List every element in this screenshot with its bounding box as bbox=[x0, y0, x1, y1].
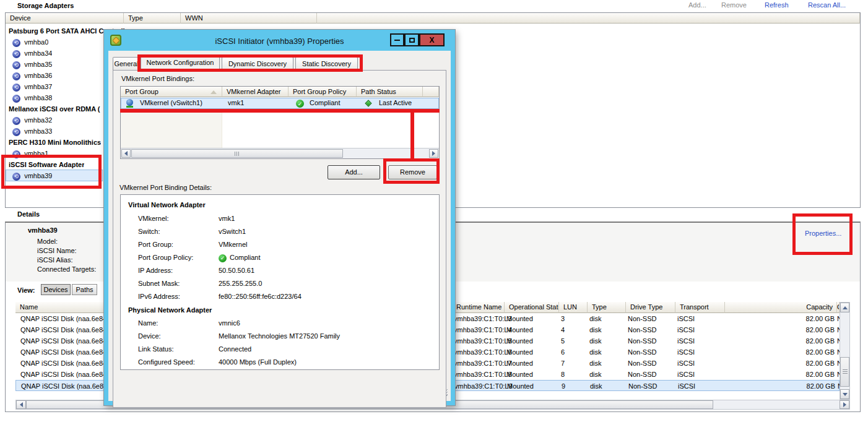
column-header-path-status[interactable]: Path Status bbox=[357, 87, 423, 97]
refresh-link[interactable]: Refresh bbox=[765, 1, 789, 9]
arrow-down-icon bbox=[843, 393, 848, 396]
tree-item-label: vmhba37 bbox=[24, 83, 52, 90]
column-header-capacity[interactable]: Capacity bbox=[725, 302, 837, 313]
transport: iSCSI bbox=[677, 369, 695, 380]
arrow-right-icon bbox=[432, 151, 435, 156]
column-header-drive-type[interactable]: Drive Type bbox=[626, 302, 675, 313]
lun: 3 bbox=[561, 313, 565, 324]
remove-binding-button[interactable]: Remove bbox=[388, 165, 437, 179]
runtime-name: vmhba39:C1:T0:L4 bbox=[454, 324, 512, 335]
adapter-icon: ⟲ bbox=[12, 117, 20, 125]
transport: iSCSI bbox=[678, 381, 695, 392]
rescan-all-link[interactable]: Rescan All... bbox=[808, 1, 846, 9]
column-header-type[interactable]: Type bbox=[588, 302, 626, 313]
port-binding-row[interactable]: VMkernel (vSwitch1) vmk1 Compliant Last … bbox=[121, 98, 439, 109]
iscsi-initiator-properties-dialog[interactable]: iSCSI Initiator (vmhba39) Properties X G… bbox=[104, 30, 455, 405]
drive-type: Non-SSD bbox=[628, 324, 656, 335]
column-header-lun[interactable]: LUN bbox=[559, 302, 588, 313]
tree-item-label: vmhba33 bbox=[24, 127, 52, 135]
drive-type: Non-SSD bbox=[628, 369, 656, 380]
tree-item-label: vmhba1 bbox=[24, 150, 48, 157]
view-paths-button[interactable]: Paths bbox=[72, 284, 97, 295]
arrow-up-icon bbox=[843, 306, 848, 309]
column-header-port-group[interactable]: Port Group bbox=[121, 87, 222, 97]
scroll-right-button[interactable] bbox=[840, 400, 849, 409]
drive-type: Non-SSD bbox=[628, 358, 656, 369]
close-window-button[interactable]: X bbox=[419, 33, 445, 46]
kv-value: 40000 Mbps (Full Duplex) bbox=[219, 358, 297, 366]
capacity: 82.00 GB bbox=[725, 324, 835, 335]
column-header-vmkernel-adapter[interactable]: VMkernel Adapter bbox=[222, 87, 289, 97]
tree-item-vmhba36[interactable]: ⟲ vmhba36 bbox=[12, 70, 52, 81]
capacity: 82.00 GB bbox=[725, 335, 835, 347]
kv-label: IP Address: bbox=[138, 267, 219, 274]
virtual-adapter-heading: Virtual Network Adapter bbox=[128, 201, 206, 209]
add-binding-button[interactable]: Add... bbox=[328, 165, 380, 179]
tree-item-label: vmhba36 bbox=[24, 72, 52, 79]
column-header-runtime-name[interactable]: Runtime Name bbox=[452, 302, 505, 313]
column-header-type[interactable]: Type bbox=[124, 13, 181, 24]
horizontal-scroll-thumb[interactable] bbox=[131, 149, 343, 158]
column-header-wwn[interactable]: WWN bbox=[181, 13, 317, 24]
column-header-port-group-policy[interactable]: Port Group Policy bbox=[289, 87, 357, 97]
column-header-operational-state[interactable]: Operational State bbox=[505, 302, 559, 313]
operational-state: Mounted bbox=[506, 347, 533, 358]
column-header-filler bbox=[423, 87, 439, 97]
runtime-name: vmhba39:C1:T0:L3 bbox=[454, 313, 512, 324]
vertical-scroll-thumb[interactable] bbox=[840, 357, 849, 387]
tree-item-vmhba34[interactable]: ⟲ vmhba34 bbox=[12, 48, 52, 59]
thumb-grip-icon bbox=[843, 369, 848, 375]
kv-label: Name: bbox=[138, 319, 219, 327]
kv-value: VMkernel bbox=[219, 241, 247, 248]
dialog-titlebar[interactable]: iSCSI Initiator (vmhba39) Properties X bbox=[108, 33, 451, 51]
green-diamond-icon bbox=[365, 100, 371, 106]
column-header-transport[interactable]: Transport bbox=[675, 302, 725, 313]
lun: 7 bbox=[561, 358, 565, 369]
tree-item-vmhba1[interactable]: ⟲ vmhba1 bbox=[12, 148, 48, 159]
capacity: 82.00 GB bbox=[726, 381, 835, 392]
tree-item-vmhba33[interactable]: ⟲ vmhba33 bbox=[12, 126, 52, 137]
page-title: Storage Adapters bbox=[17, 2, 74, 9]
scroll-left-button[interactable] bbox=[16, 400, 26, 409]
tree-item-vmhba39[interactable]: ⟲ vmhba39 bbox=[12, 170, 52, 181]
device-name: QNAP iSCSI Disk (naa.6e843 bbox=[20, 313, 110, 324]
properties-link[interactable]: Properties... bbox=[805, 230, 841, 237]
tab-network-configuration[interactable]: Network Configuration bbox=[141, 54, 220, 71]
tree-item-vmhba38[interactable]: ⟲ vmhba38 bbox=[12, 92, 52, 103]
adapter-icon: ⟲ bbox=[12, 72, 20, 80]
vmkernel-adapter-cell: vmk1 bbox=[228, 99, 244, 106]
tree-item-vmhba32[interactable]: ⟲ vmhba32 bbox=[12, 114, 52, 126]
adapter-group-mellanox: Mellanox iSCSI over RDMA ( bbox=[9, 103, 100, 114]
bindings-horizontal-scrollbar[interactable] bbox=[121, 148, 439, 158]
sorted-column-shading bbox=[121, 110, 222, 148]
operational-state: Mounted bbox=[506, 313, 533, 324]
device-name: QNAP iSCSI Disk (naa.6e843 bbox=[20, 358, 110, 369]
tab-general[interactable]: General bbox=[113, 57, 140, 70]
minimize-button[interactable] bbox=[390, 33, 404, 46]
tree-item-vmhba37[interactable]: ⟲ vmhba37 bbox=[12, 81, 52, 92]
remove-adapter-link[interactable]: Remove bbox=[721, 1, 747, 9]
add-adapter-link[interactable]: Add... bbox=[688, 1, 706, 9]
port-group-policy-cell: Compliant bbox=[310, 99, 341, 106]
device-name: QNAP iSCSI Disk (naa.6e843 bbox=[20, 347, 110, 358]
kv-label: Switch: bbox=[138, 228, 219, 235]
close-icon: X bbox=[429, 36, 434, 45]
tab-static-discovery[interactable]: Static Discovery bbox=[295, 57, 358, 70]
column-header-device[interactable]: Device bbox=[6, 13, 124, 24]
drive-type: Non-SSD bbox=[628, 313, 656, 324]
tree-item-vmhba0[interactable]: ⟲ vmhba0 bbox=[12, 37, 48, 48]
adapter-icon: ⟲ bbox=[12, 84, 20, 92]
tree-item-vmhba35[interactable]: ⟲ vmhba35 bbox=[12, 59, 52, 70]
maximize-button[interactable] bbox=[404, 33, 419, 46]
scroll-down-button[interactable] bbox=[840, 389, 849, 399]
capacity: 82.00 GB bbox=[725, 358, 835, 369]
sort-ascending-icon bbox=[210, 90, 217, 94]
scroll-left-button[interactable] bbox=[121, 149, 131, 158]
vertical-scrollbar[interactable] bbox=[840, 302, 850, 400]
scroll-up-button[interactable] bbox=[840, 303, 849, 312]
type: disk bbox=[589, 369, 602, 380]
tab-dynamic-discovery[interactable]: Dynamic Discovery bbox=[222, 57, 293, 70]
scroll-right-button[interactable] bbox=[429, 149, 438, 158]
operational-state: Mounted bbox=[506, 358, 533, 369]
view-devices-button[interactable]: Devices bbox=[41, 284, 71, 295]
